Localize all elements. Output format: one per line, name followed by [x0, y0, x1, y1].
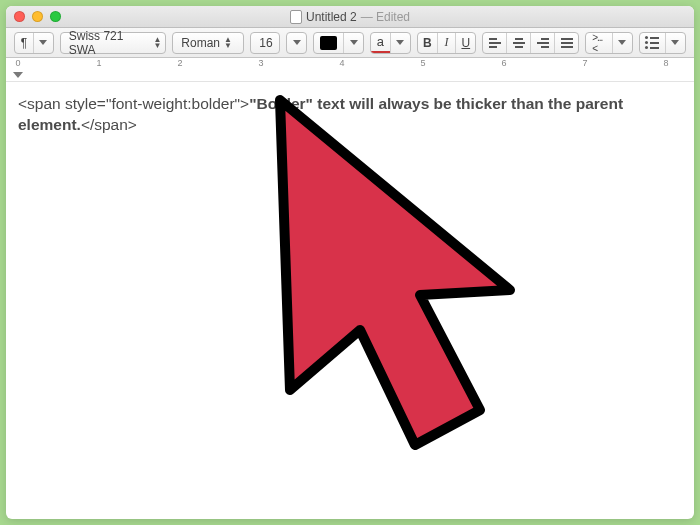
bold-text-line1: "Bolder" text will always be thicker tha…	[249, 95, 623, 112]
align-right-button[interactable]	[530, 33, 554, 53]
stepper-icon: ▲▼	[224, 37, 232, 49]
align-justify-button[interactable]	[554, 33, 578, 53]
list-icon	[640, 33, 665, 53]
list-style-button[interactable]	[639, 32, 686, 54]
font-family-select[interactable]: Swiss 721 SWA ▲▼	[60, 32, 167, 54]
minimize-icon[interactable]	[32, 11, 43, 22]
window-controls	[6, 11, 61, 22]
titlebar: Untitled 2 — Edited	[6, 6, 694, 28]
italic-button[interactable]: I	[437, 33, 455, 53]
color-swatch-icon	[320, 36, 336, 50]
chevron-down-icon	[665, 33, 685, 53]
align-left-button[interactable]	[483, 33, 506, 53]
zoom-icon[interactable]	[50, 11, 61, 22]
app-window: Untitled 2 — Edited ¶ Swiss 721 SWA ▲▼ R…	[6, 6, 694, 519]
font-size-menu[interactable]	[286, 32, 307, 54]
window-title: Untitled 2 — Edited	[6, 6, 694, 27]
align-center-icon	[513, 38, 525, 48]
align-left-icon	[489, 38, 501, 48]
edited-indicator: — Edited	[361, 10, 410, 24]
alignment-group	[482, 32, 579, 54]
ruler-label: 2	[177, 58, 182, 68]
close-icon[interactable]	[14, 11, 25, 22]
font-style-select[interactable]: Roman ▲▼	[172, 32, 244, 54]
bold-text-line2: element.	[18, 116, 81, 133]
chevron-down-icon	[390, 33, 410, 53]
spacing-icon: >...<	[586, 33, 612, 53]
text-style-button[interactable]: a	[370, 32, 410, 54]
ruler-label: 8	[663, 58, 668, 68]
font-size-value: 16	[259, 36, 272, 50]
ruler-label: 0	[15, 58, 20, 68]
document-icon	[290, 10, 302, 24]
ruler-label: 7	[582, 58, 587, 68]
font-style-value: Roman	[181, 36, 220, 50]
code-close-tag: </span>	[81, 116, 137, 133]
text-color-button[interactable]	[313, 32, 364, 54]
ruler-label: 6	[501, 58, 506, 68]
ruler-label: 5	[420, 58, 425, 68]
chevron-down-icon	[343, 33, 363, 53]
chevron-down-icon	[612, 33, 632, 53]
align-center-button[interactable]	[506, 33, 530, 53]
underline-button[interactable]: U	[455, 33, 475, 53]
horizontal-ruler[interactable]: 0 1 2 3 4 5 6 7 8	[6, 58, 694, 82]
ruler-label: 4	[339, 58, 344, 68]
document-title-text: Untitled 2	[306, 10, 357, 24]
font-size-field[interactable]: 16	[250, 32, 280, 54]
font-family-value: Swiss 721 SWA	[69, 29, 150, 57]
stepper-icon: ▲▼	[153, 37, 161, 49]
code-open-tag: <span style="font-weight:bolder">	[18, 95, 249, 112]
bold-button[interactable]: B	[418, 33, 437, 53]
document-body[interactable]: <span style="font-weight:bolder">"Bolder…	[6, 82, 694, 519]
ruler-label: 1	[96, 58, 101, 68]
left-margin-marker[interactable]	[13, 72, 23, 78]
font-weight-group: B I U	[417, 32, 477, 54]
ruler-label: 3	[258, 58, 263, 68]
chevron-down-icon	[33, 33, 53, 53]
formatting-toolbar: ¶ Swiss 721 SWA ▲▼ Roman ▲▼ 16 a B I	[6, 28, 694, 58]
chevron-down-icon	[287, 33, 306, 53]
align-justify-icon	[561, 38, 573, 48]
pilcrow-icon: ¶	[15, 33, 33, 53]
paragraph-style-button[interactable]: ¶	[14, 32, 54, 54]
text-color-a-icon: a	[371, 33, 389, 53]
line-spacing-button[interactable]: >...<	[585, 32, 633, 54]
align-right-icon	[537, 38, 549, 48]
